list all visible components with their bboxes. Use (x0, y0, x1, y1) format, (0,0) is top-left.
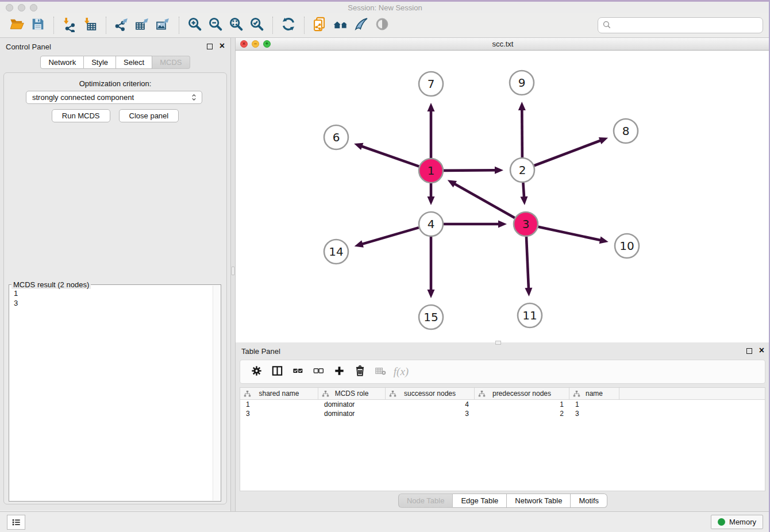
export-image-icon (155, 16, 171, 34)
chevron-updown-icon (190, 93, 198, 102)
zoom-fit-button[interactable] (226, 15, 247, 36)
column-tree-icon (389, 390, 396, 398)
open-file-button[interactable] (7, 15, 28, 36)
graph-node-6[interactable]: 6 (324, 125, 348, 149)
network-graph: 7968124314101511 (236, 51, 770, 342)
panel-splitter[interactable] (230, 38, 236, 511)
graph-node-10[interactable]: 10 (615, 234, 639, 258)
graph-node-14[interactable]: 14 (324, 240, 348, 264)
graph-node-7[interactable]: 7 (419, 72, 443, 96)
tab-node-table[interactable]: Node Table (398, 494, 453, 508)
graph-node-3[interactable]: 3 (514, 212, 538, 236)
list-icon (10, 516, 22, 528)
close-panel-icon[interactable]: × (220, 41, 225, 51)
svg-text:3: 3 (522, 217, 530, 231)
tab-edge-table[interactable]: Edge Table (453, 494, 507, 508)
control-panel-header: Control Panel × (0, 38, 230, 55)
search-box[interactable] (598, 17, 763, 33)
copy-network-button[interactable] (310, 15, 330, 36)
graph-node-1[interactable]: 1 (419, 159, 443, 183)
save-session-button[interactable] (28, 15, 48, 36)
delete-table-button[interactable] (371, 363, 390, 381)
control-panel-title: Control Panel (6, 43, 51, 51)
tab-mcds[interactable]: MCDS (152, 56, 190, 69)
tab-select[interactable]: Select (116, 56, 152, 69)
run-mcds-button[interactable]: Run MCDS (52, 109, 110, 122)
graph-edge-4-14[interactable] (355, 228, 419, 248)
mcds-result-list[interactable]: 13 (14, 288, 18, 308)
column-header[interactable]: name (569, 388, 619, 399)
graph-edge-2-9[interactable] (518, 102, 526, 157)
network-titlebar[interactable]: × − + scc.txt (236, 38, 770, 51)
graph-node-11[interactable]: 11 (518, 303, 542, 327)
float-panel-icon[interactable] (207, 44, 213, 49)
graph-edge-1-6[interactable] (354, 143, 419, 167)
result-scrollbar[interactable] (213, 286, 220, 500)
select-all-button[interactable] (288, 363, 307, 381)
task-history-button[interactable] (7, 515, 25, 530)
graph-edge-1-7[interactable] (428, 103, 435, 158)
graph-node-2[interactable]: 2 (510, 158, 534, 182)
tab-motifs[interactable]: Motifs (571, 494, 607, 508)
style-brush-button[interactable] (351, 15, 372, 36)
zoom-out-button[interactable] (205, 15, 226, 36)
graph-edge-2-8[interactable] (534, 137, 609, 165)
graph-node-15[interactable]: 15 (419, 305, 443, 329)
tab-network[interactable]: Network (40, 56, 84, 69)
import-network-icon (61, 16, 78, 34)
add-icon (333, 364, 346, 380)
add-button[interactable] (330, 363, 348, 381)
network-canvas[interactable]: 7968124314101511 (236, 51, 770, 342)
tab-style[interactable]: Style (84, 56, 116, 69)
search-input[interactable] (613, 21, 759, 29)
zoom-in-button[interactable] (184, 15, 205, 36)
table-float-icon[interactable] (746, 348, 752, 354)
tab-network-table[interactable]: Network Table (507, 494, 571, 508)
show-column-icon (271, 364, 284, 380)
function-button[interactable]: f(x) (392, 363, 410, 381)
column-label: predecessor nodes (492, 390, 551, 398)
graph-edge-3-10[interactable] (538, 227, 609, 244)
refresh-network-button[interactable] (278, 15, 299, 36)
trash-button[interactable] (351, 363, 369, 381)
table-cell: 1 (569, 400, 619, 408)
table-cell: 3 (240, 410, 318, 418)
show-column-button[interactable] (268, 363, 286, 381)
svg-text:14: 14 (329, 245, 343, 259)
export-network-button[interactable] (111, 15, 132, 36)
eye-button[interactable] (372, 15, 392, 36)
svg-text:10: 10 (619, 239, 634, 253)
table-row[interactable]: 3dominator323 (240, 409, 765, 418)
graph-node-4[interactable]: 4 (419, 212, 443, 236)
close-panel-button[interactable]: Close panel (119, 109, 179, 122)
horizontal-splitter-handle[interactable] (495, 341, 501, 345)
export-image-button[interactable] (153, 15, 174, 36)
column-header[interactable]: MCDS role (318, 388, 386, 399)
graph-edge-1-4[interactable] (428, 183, 435, 205)
splitter-handle[interactable] (232, 267, 234, 275)
table-row[interactable]: 1dominator411 (240, 400, 765, 409)
graph-edge-2-3[interactable] (520, 183, 528, 205)
graph-node-8[interactable]: 8 (614, 119, 638, 143)
graph-edge-1-2[interactable] (444, 167, 503, 174)
first-neighbors-button[interactable] (330, 15, 351, 36)
table-close-icon[interactable]: × (759, 346, 764, 355)
zoom-selected-button[interactable] (247, 15, 267, 36)
graph-edge-4-15[interactable] (428, 237, 435, 298)
optimization-dropdown[interactable]: strongly connected component (26, 91, 202, 104)
graph-edge-3-11[interactable] (525, 237, 532, 296)
graph-edge-4-3[interactable] (444, 221, 507, 228)
memory-button[interactable]: Memory (711, 515, 763, 529)
column-header[interactable]: predecessor nodes (475, 388, 569, 399)
gear-button[interactable] (247, 363, 265, 381)
deselect-all-button[interactable] (309, 363, 328, 381)
graph-node-9[interactable]: 9 (510, 71, 534, 95)
column-header[interactable]: shared name (240, 388, 318, 399)
import-table-button[interactable] (80, 15, 101, 36)
column-header[interactable]: successor nodes (386, 388, 475, 399)
export-table-button[interactable] (132, 15, 153, 36)
column-label: successor nodes (404, 390, 456, 398)
import-network-button[interactable] (59, 15, 80, 36)
graph-edge-3-1[interactable] (448, 180, 515, 218)
toolbar-separator (179, 17, 179, 34)
